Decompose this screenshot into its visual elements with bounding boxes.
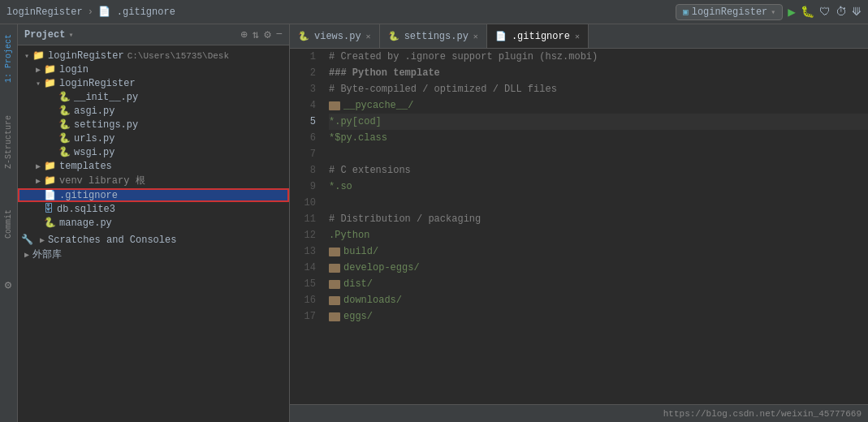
tree-item-init[interactable]: 🐍 __init__.py xyxy=(18,90,289,104)
code-text: .Python xyxy=(329,227,369,243)
code-line-13: build/ xyxy=(329,243,868,260)
py-icon-settings: 🐍 xyxy=(58,118,71,131)
tree-item-loginregister-sub[interactable]: ▾ 📁 loginRegister xyxy=(18,76,289,90)
file-crumb: .gitignore xyxy=(117,6,175,18)
code-line-9: *.so xyxy=(329,179,868,195)
line-num-9: 9 xyxy=(290,179,316,195)
main-layout: 1: Project Z-Structure Commit ⚙ Project … xyxy=(0,24,868,422)
more-button[interactable]: ⟱ xyxy=(852,5,862,19)
config-icon: ▣ xyxy=(683,6,689,17)
panel-toolbar: ⊕ ⇅ ⚙ − xyxy=(240,28,283,41)
folder-icon-sub: 📁 xyxy=(44,77,56,89)
breadcrumb: loginRegister › 📄 .gitignore xyxy=(6,6,175,18)
line-num-2: 2 xyxy=(290,65,316,81)
code-line-11: # Distribution / packaging xyxy=(329,211,868,227)
tree-item-manage[interactable]: 🐍 manage.py xyxy=(18,216,289,230)
panel-settings-icon[interactable]: ⚙ xyxy=(264,28,270,41)
line-num-15: 15 xyxy=(290,276,316,292)
tree-label-sub: loginRegister xyxy=(59,78,136,89)
sidebar-item-commit[interactable]: Commit xyxy=(4,206,13,242)
tree-label-login: login xyxy=(59,64,89,75)
code-text: downloads/ xyxy=(343,292,402,308)
gitignore-icon: 📄 xyxy=(98,6,110,18)
tab-gitignore[interactable]: 📄 .gitignore ✕ xyxy=(487,24,589,48)
tree-item-gitignore[interactable]: 📄 .gitignore xyxy=(18,188,289,202)
code-line-7 xyxy=(329,146,868,162)
expand-arrow-sub: ▾ xyxy=(32,79,44,88)
code-text: __pycache__/ xyxy=(343,97,413,114)
tree-item-venv[interactable]: ▶ 📁 venv library 根 xyxy=(18,173,289,188)
code-line-12: .Python xyxy=(329,227,868,243)
tree-item-loginregister-root[interactable]: ▾ 📁 loginRegister C:\Users\15735\Desk xyxy=(18,49,289,62)
line-num-14: 14 xyxy=(290,260,316,276)
breadcrumb-sep: › xyxy=(88,6,93,18)
coverage-button[interactable]: 🛡 xyxy=(819,6,831,19)
tab-views[interactable]: 🐍 views.py ✕ xyxy=(290,24,380,48)
py-icon-manage: 🐍 xyxy=(44,217,56,229)
status-bar: https://blog.csdn.net/weixin_45777669 xyxy=(290,404,868,422)
code-text: build/ xyxy=(343,243,378,260)
sidebar-item-structure[interactable]: Z-Structure xyxy=(4,112,13,172)
file-tree: ▾ 📁 loginRegister C:\Users\15735\Desk ▶ … xyxy=(18,45,289,422)
code-line-15: dist/ xyxy=(329,276,868,292)
tree-label: loginRegister xyxy=(48,50,124,62)
line-num-17: 17 xyxy=(290,308,316,325)
line-num-10: 10 xyxy=(290,195,316,211)
folder-icon: 📁 xyxy=(32,50,45,62)
tree-item-login[interactable]: ▶ 📁 login xyxy=(18,62,289,76)
tree-label-settings: settings.py xyxy=(74,119,138,131)
tab-settings[interactable]: 🐍 settings.py ✕ xyxy=(380,24,487,48)
code-text: eggs/ xyxy=(343,308,373,325)
editor-tabs: 🐍 views.py ✕ 🐍 settings.py ✕ 📄 .gitignor… xyxy=(290,24,868,49)
tree-item-settings[interactable]: 🐍 settings.py xyxy=(18,118,289,131)
tree-label-scratches: Scratches and Consoles xyxy=(48,235,176,246)
py-icon-asgi: 🐍 xyxy=(58,105,71,117)
py-icon-wsgi: 🐍 xyxy=(58,146,71,158)
run-button[interactable]: ▶ xyxy=(788,4,796,20)
code-text: # Distribution / packaging xyxy=(329,211,481,227)
panel-sync-icon[interactable]: ⇅ xyxy=(253,28,259,41)
panel-add-icon[interactable]: ⊕ xyxy=(240,28,247,41)
tab-settings-label: settings.py xyxy=(404,31,469,42)
debug-button[interactable]: 🐛 xyxy=(801,5,814,19)
folder-mini-icon-eggs xyxy=(329,312,340,321)
folder-mini-icon-downloads xyxy=(329,296,340,305)
gitignore-tab-icon: 📄 xyxy=(495,31,507,41)
tree-label-gitignore: .gitignore xyxy=(59,190,118,201)
py-icon-init: 🐍 xyxy=(58,91,71,103)
tree-item-external[interactable]: ▶ 外部库 xyxy=(18,247,289,262)
tree-label-db: db.sqlite3 xyxy=(57,204,115,215)
code-line-17: eggs/ xyxy=(329,308,868,325)
tab-views-close[interactable]: ✕ xyxy=(366,32,371,41)
tree-label-init: __init__.py xyxy=(74,92,138,103)
tree-item-scratches[interactable]: 🔧 ▶ Scratches and Consoles xyxy=(18,233,289,247)
code-text: ### Python template xyxy=(329,65,440,81)
line-num-6: 6 xyxy=(290,130,316,146)
project-panel-header: Project ▾ ⊕ ⇅ ⚙ − xyxy=(18,24,289,45)
tree-item-wsgi[interactable]: 🐍 wsgi.py xyxy=(18,145,289,159)
run-config-badge[interactable]: ▣ loginRegister ▾ xyxy=(676,4,783,20)
tab-settings-close[interactable]: ✕ xyxy=(473,32,478,41)
code-area[interactable]: # Created by .ignore support plugin (hsz… xyxy=(322,49,868,404)
tree-item-asgi[interactable]: 🐍 asgi.py xyxy=(18,104,289,118)
tree-item-urls[interactable]: 🐍 urls.py xyxy=(18,131,289,145)
line-num-12: 12 xyxy=(290,227,316,243)
tree-item-db[interactable]: 🗄 db.sqlite3 xyxy=(18,202,289,216)
sidebar-item-project[interactable]: 1: Project xyxy=(4,31,13,86)
line-num-8: 8 xyxy=(290,162,316,179)
sidebar-item-other[interactable]: ⚙ xyxy=(2,276,15,295)
panel-collapse-icon[interactable]: − xyxy=(276,28,283,41)
tree-item-templates[interactable]: ▶ 📁 templates xyxy=(18,159,289,173)
line-num-5: 5 xyxy=(290,114,316,130)
config-label: loginRegister xyxy=(692,6,768,18)
code-text: # Created by .ignore support plugin (hsz… xyxy=(329,49,598,65)
folder-icon-venv: 📁 xyxy=(44,174,56,187)
tree-label-templates: templates xyxy=(59,161,112,172)
settings-py-icon: 🐍 xyxy=(388,31,399,41)
py-icon-urls: 🐍 xyxy=(58,132,71,144)
code-text: # Byte-compiled / optimized / DLL files xyxy=(329,81,557,97)
code-line-6: *$py.class xyxy=(329,130,868,146)
tab-gitignore-close[interactable]: ✕ xyxy=(575,32,580,41)
profile-button[interactable]: ⏱ xyxy=(836,6,847,19)
code-line-1: # Created by .ignore support plugin (hsz… xyxy=(329,49,868,65)
